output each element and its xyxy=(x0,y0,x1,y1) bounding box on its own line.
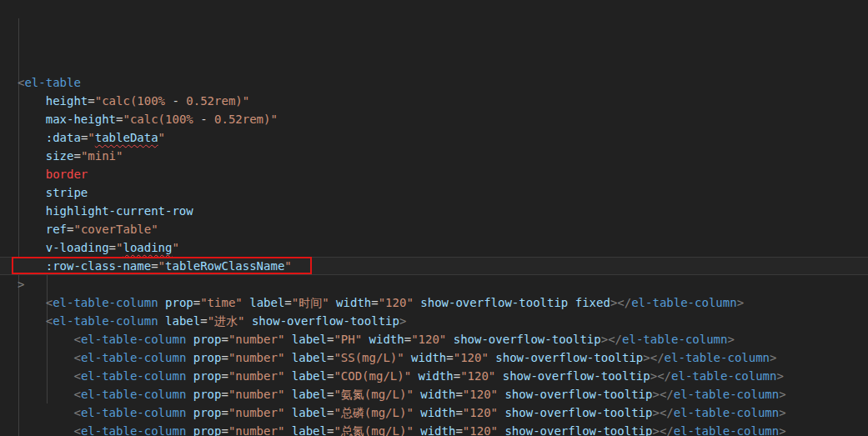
code-token xyxy=(495,369,502,383)
code-token: show-overflow-tooltip xyxy=(495,351,643,364)
code-line-10[interactable]: v-loading="loading" xyxy=(0,238,868,257)
code-token xyxy=(18,113,46,126)
code-line-6[interactable]: border xyxy=(0,165,868,183)
code-token: show-overflow-tooltip xyxy=(252,314,399,328)
code-token xyxy=(18,388,73,401)
code-token xyxy=(18,94,46,108)
code-editor[interactable]: <el-table height="calc(100% - 0.52rem)" … xyxy=(0,0,868,436)
code-token: > xyxy=(18,278,24,291)
code-token: = xyxy=(109,241,116,254)
code-token: label xyxy=(292,424,327,436)
code-token: el-table-column xyxy=(671,369,776,383)
code-token: width xyxy=(420,388,455,401)
code-token: border xyxy=(46,168,88,181)
code-token: > xyxy=(737,296,744,309)
code-token xyxy=(284,369,291,383)
code-token: "120" xyxy=(454,351,489,364)
code-line-17[interactable]: <el-table-column prop="number" label="CO… xyxy=(0,367,868,385)
code-line-20[interactable]: <el-table-column prop="number" label="总氮… xyxy=(0,422,868,436)
code-token: el-table-column xyxy=(53,296,158,309)
code-token: ></ xyxy=(610,296,631,309)
code-token: el-table-column xyxy=(81,369,186,383)
code-lines: <el-table height="calc(100% - 0.52rem)" … xyxy=(0,73,868,436)
code-line-4[interactable]: :data="tableData" xyxy=(0,128,868,147)
code-token xyxy=(284,388,291,401)
code-token: prop xyxy=(165,296,193,309)
code-token xyxy=(18,369,73,383)
code-token: highlight-current-row xyxy=(46,204,193,218)
code-token: "time" xyxy=(200,296,243,309)
code-line-12[interactable]: > xyxy=(0,275,868,293)
code-token: show-overflow-tooltip xyxy=(420,296,568,309)
code-token: width xyxy=(411,351,446,364)
code-token: < xyxy=(73,424,80,436)
code-token xyxy=(284,424,291,436)
code-token: < xyxy=(73,369,80,383)
code-token xyxy=(158,296,165,309)
code-token xyxy=(18,186,46,199)
code-token: label xyxy=(292,351,327,364)
code-token: < xyxy=(46,314,53,328)
code-token xyxy=(186,351,193,364)
code-token xyxy=(186,406,193,419)
code-line-15[interactable]: <el-table-column prop="number" label="PH… xyxy=(0,330,868,348)
code-line-5[interactable]: size="mini" xyxy=(0,147,868,165)
code-token: size xyxy=(46,149,74,163)
code-token: = xyxy=(151,259,158,273)
code-line-8[interactable]: highlight-current-row xyxy=(0,202,868,220)
code-token: "number" xyxy=(228,351,284,364)
code-token: < xyxy=(73,388,80,401)
code-token: :data xyxy=(46,131,81,144)
code-line-3[interactable]: max-height="calc(100% - 0.52rem)" xyxy=(0,110,868,128)
code-token xyxy=(18,131,46,144)
code-token: < xyxy=(73,351,80,364)
code-line-1[interactable]: <el-table xyxy=(0,73,868,92)
code-token xyxy=(284,351,291,364)
code-token: > xyxy=(770,351,776,364)
code-line-7[interactable]: stripe xyxy=(0,183,868,202)
code-token xyxy=(18,223,46,236)
code-line-16[interactable]: <el-table-column prop="number" label="SS… xyxy=(0,348,868,367)
code-token xyxy=(18,406,73,419)
code-token: prop xyxy=(193,388,222,401)
code-line-18[interactable]: <el-table-column prop="number" label="氨氮… xyxy=(0,385,868,403)
code-token: fixed xyxy=(575,296,610,309)
code-token: max-height xyxy=(46,113,116,126)
code-token: show-overflow-tooltip xyxy=(503,369,650,383)
code-token: " xyxy=(172,241,178,254)
code-token xyxy=(18,314,46,328)
code-token xyxy=(186,388,193,401)
code-token: el-table-column xyxy=(81,388,186,401)
code-token: "进水" xyxy=(208,314,245,328)
code-token: "number" xyxy=(228,369,284,383)
code-token xyxy=(186,369,193,383)
code-token: width xyxy=(420,424,455,436)
code-token: "120" xyxy=(411,333,446,346)
code-token: < xyxy=(73,333,80,346)
code-token: label xyxy=(292,406,327,419)
code-token: el-table-column xyxy=(81,424,186,436)
code-line-19[interactable]: <el-table-column prop="number" label="总磷… xyxy=(0,403,868,422)
code-line-9[interactable]: ref="coverTable" xyxy=(0,220,868,238)
code-token: el-table-column xyxy=(674,424,779,436)
code-token: > xyxy=(399,314,406,328)
code-token: = xyxy=(454,369,460,383)
code-token: ></ xyxy=(652,424,673,436)
code-token xyxy=(18,333,73,346)
code-token: "number" xyxy=(228,388,284,401)
code-token: label xyxy=(292,369,327,383)
code-line-14[interactable]: <el-table-column label="进水" show-overflo… xyxy=(0,312,868,330)
code-line-2[interactable]: height="calc(100% - 0.52rem)" xyxy=(0,92,868,110)
code-token: 0.52rem)" xyxy=(208,113,278,126)
code-token: el-table-column xyxy=(674,406,779,419)
code-token: = xyxy=(284,296,291,309)
code-token xyxy=(18,424,73,436)
code-token: = xyxy=(88,94,94,108)
code-line-13[interactable]: <el-table-column prop="time" label="时间" … xyxy=(0,293,868,312)
code-line-11[interactable]: :row-class-name="tableRowClassName" xyxy=(0,257,868,275)
code-token xyxy=(18,168,46,181)
code-token: "120" xyxy=(460,369,495,383)
code-token: = xyxy=(221,406,228,419)
code-token: width xyxy=(369,333,404,346)
code-token: "120" xyxy=(463,388,498,401)
